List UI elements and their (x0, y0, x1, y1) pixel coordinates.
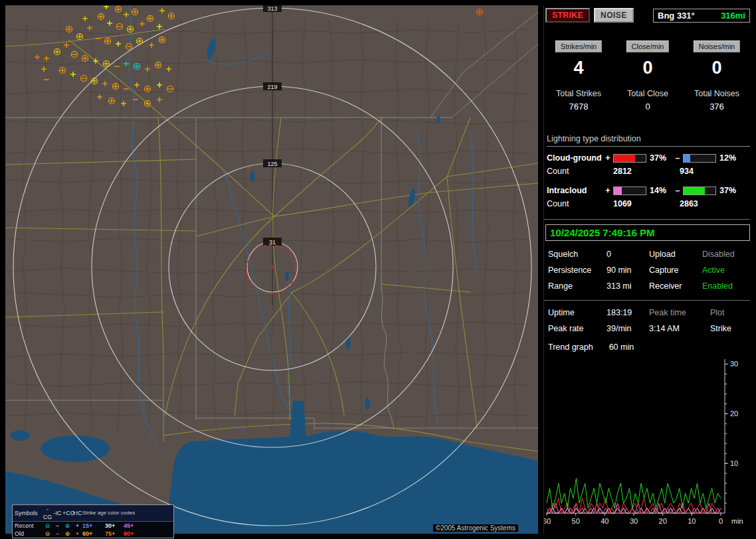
trend-window-value: 60 min (609, 343, 634, 352)
upload-label: Upload (649, 250, 702, 259)
ic-negative-pct: 37% (717, 186, 743, 195)
recent-label: Recent (15, 522, 43, 530)
age-codes-title: Strike age color codes (82, 509, 142, 517)
ic-negative-bar (683, 187, 716, 195)
map-frame: 31321912531 Symbols -CG -IC +CG +IC Stri… (5, 5, 538, 534)
peak-rate-value: 39/min (607, 324, 649, 333)
persistence-label: Persistence (548, 266, 607, 275)
persistence-value: 90 min (607, 266, 649, 275)
receiver-value: Enabled (702, 281, 750, 291)
ic-positive-header: +IC (72, 509, 82, 517)
svg-text:30: 30 (630, 517, 638, 525)
close-counter-column: Close/min 0 Total Close 0 (613, 40, 682, 112)
cg-negative-bar (683, 154, 716, 163)
svg-text:20: 20 (659, 517, 667, 525)
minus-sign: – (674, 153, 682, 163)
svg-text:0: 0 (719, 517, 723, 525)
ic-positive-pct: 14% (648, 186, 674, 195)
top-bar: STRIKE NOISE Bng 331° 316mi (545, 8, 750, 23)
bearing-display: Bng 331° 316mi (653, 9, 750, 23)
ic-positive-recent-icon: + (72, 522, 82, 530)
cg-positive-bar (613, 154, 646, 163)
ic-positive-bar (613, 187, 646, 195)
plot-label: Plot (710, 308, 750, 317)
svg-text:min: min (731, 517, 743, 525)
ic-negative-header: -IC (52, 509, 62, 517)
upload-value: Disabled (702, 250, 750, 259)
receiver-label: Receiver (649, 281, 702, 291)
legend-old-row: Old ⊖ − ⊕ + 60+ 75+ 90+ (13, 530, 173, 538)
intracloud-label: Intracloud (547, 186, 604, 195)
legend-header: Symbols -CG -IC +CG +IC Strike age color… (13, 505, 173, 522)
cloud-ground-label: Cloud-ground (547, 153, 604, 163)
cg-positive-count: 2812 (613, 167, 680, 176)
squelch-label: Squelch (548, 250, 607, 259)
old-label: Old (15, 530, 43, 538)
cg-positive-old-icon: ⊕ (62, 530, 72, 538)
strikes-per-min-button[interactable]: Strikes/min (555, 40, 602, 52)
intracloud-count-row: Count 1069 2863 (547, 199, 750, 208)
strike-button[interactable]: STRIKE (545, 8, 590, 23)
map-canvas[interactable]: 31321912531 (5, 5, 538, 534)
cg-positive-recent-icon: ⊕ (62, 522, 72, 530)
total-strikes-label: Total Strikes (544, 89, 613, 98)
svg-text:10: 10 (730, 459, 738, 467)
counters-row: Strikes/min 4 Total Strikes 7678 Close/m… (544, 40, 751, 112)
uptime-value: 183:19 (607, 308, 649, 317)
copyright-text: ©2005 Astrogenic Systems (433, 524, 518, 532)
ic-negative-count: 2863 (680, 199, 698, 208)
intracloud-row: Intracloud + 14% – 37% (547, 186, 750, 195)
svg-text:20: 20 (730, 410, 738, 418)
age-75: 75+ (105, 530, 124, 538)
plus-sign: + (604, 153, 612, 163)
cg-positive-header: +CG (62, 509, 72, 517)
trend-graph-label: Trend graph (548, 343, 593, 352)
legend-symbols-label: Symbols (15, 509, 43, 517)
count-label: Count (547, 167, 613, 176)
capture-value: Active (702, 266, 750, 275)
map-legend: Symbols -CG -IC +CG +IC Strike age color… (12, 504, 174, 538)
bearing-range: 316mi (721, 11, 745, 21)
ic-positive-count: 1069 (613, 199, 680, 208)
noises-per-min-button[interactable]: Noises/min (694, 40, 740, 52)
total-close-label: Total Close (613, 89, 682, 98)
range-value: 313 mi (607, 281, 649, 291)
close-per-min-value: 0 (613, 58, 682, 78)
cg-negative-header: -CG (43, 505, 52, 521)
datetime-display: 10/24/2025 7:49:16 PM (545, 224, 750, 241)
svg-text:10: 10 (688, 517, 696, 525)
svg-text:313: 313 (267, 5, 277, 12)
bearing-label: Bng 331° (658, 11, 695, 21)
svg-text:30: 30 (730, 360, 738, 368)
range-label: Range (548, 281, 607, 291)
svg-text:40: 40 (601, 517, 609, 525)
cg-positive-pct: 37% (648, 153, 674, 163)
cloud-ground-count-row: Count 2812 934 (547, 167, 750, 176)
strikes-counter-column: Strikes/min 4 Total Strikes 7678 (544, 40, 613, 112)
cloud-ground-row: Cloud-ground + 37% – 12% (547, 153, 750, 163)
noises-counter-column: Noises/min 0 Total Noises 376 (682, 40, 751, 112)
peak-time-value: 3:14 AM (649, 324, 710, 333)
settings-grid: Squelch 0 Upload Disabled Persistence 90… (548, 250, 750, 291)
peak-rate-label: Peak rate (548, 324, 607, 333)
squelch-value: 0 (607, 250, 649, 259)
svg-text:50: 50 (572, 517, 580, 525)
uptime-label: Uptime (548, 308, 607, 317)
ic-negative-recent-icon: − (52, 522, 62, 530)
minus-sign: – (674, 186, 682, 195)
trend-graph: 1020306050403020100min (544, 356, 751, 527)
total-noises-label: Total Noises (682, 89, 751, 98)
count-label: Count (547, 199, 613, 208)
cg-negative-recent-icon: ⊖ (43, 522, 52, 530)
trend-graph-label-row: Trend graph 60 min (548, 343, 634, 352)
stats-grid: Uptime 183:19 Peak time Plot Peak rate 3… (548, 308, 750, 333)
distribution-title: Lightning type distribution (547, 134, 750, 147)
svg-text:125: 125 (267, 161, 277, 167)
total-strikes-value: 7678 (544, 102, 613, 112)
close-per-min-button[interactable]: Close/min (626, 40, 670, 52)
cg-negative-old-icon: ⊖ (43, 530, 52, 538)
noise-button[interactable]: NOISE (594, 8, 634, 23)
strikes-per-min-value: 4 (544, 58, 613, 78)
total-close-value: 0 (613, 102, 682, 112)
svg-text:219: 219 (267, 84, 277, 90)
